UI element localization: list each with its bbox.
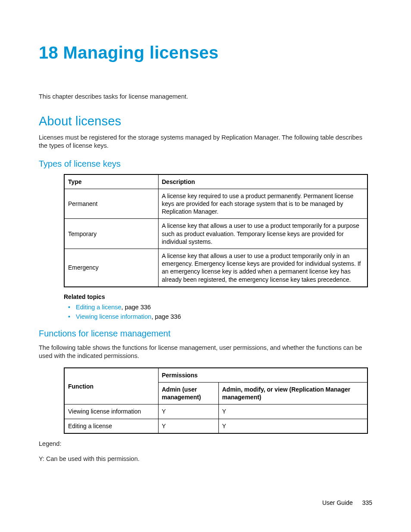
table-header-row: Function Permissions (64, 368, 367, 383)
cell-admin-rep: Y (218, 404, 367, 419)
chapter-title: 18 Managing licenses (39, 43, 372, 62)
table-row: Temporary A license key that allows a us… (64, 219, 367, 249)
page: 18 Managing licenses This chapter descri… (0, 0, 411, 532)
footer-page-number: 335 (362, 499, 372, 506)
link-suffix: , page 336 (121, 304, 151, 311)
th-permissions: Permissions (158, 368, 367, 383)
page-footer: User Guide 335 (322, 499, 372, 506)
subsection-functions-body: The following table shows the functions … (39, 344, 372, 361)
cell-type: Permanent (64, 189, 158, 219)
cell-type: Temporary (64, 219, 158, 249)
table-row: Viewing license information Y Y (64, 404, 367, 419)
th-admin-rep: Admin, modify, or view (Replication Mana… (218, 383, 367, 404)
section-about-heading: About licenses (39, 114, 372, 128)
list-item: Editing a license, page 336 (76, 304, 372, 311)
subsection-functions-heading: Functions for license management (39, 329, 372, 339)
cell-admin-rep: Y (218, 419, 367, 433)
table-row: Emergency A license key that allows a us… (64, 249, 367, 287)
related-topics-list: Editing a license, page 336 Viewing lice… (64, 304, 372, 320)
cell-admin-user: Y (158, 419, 218, 433)
cell-function: Editing a license (64, 419, 158, 433)
license-types-table: Type Description Permanent A license key… (64, 174, 368, 287)
cell-admin-user: Y (158, 404, 218, 419)
related-topics-heading: Related topics (64, 293, 372, 300)
intro-paragraph: This chapter describes tasks for license… (39, 93, 372, 101)
link-suffix: , page 336 (151, 313, 181, 320)
th-admin-user: Admin (user management) (158, 383, 218, 404)
cell-desc: A license key required to use a product … (158, 189, 367, 219)
cell-function: Viewing license information (64, 404, 158, 419)
cell-type: Emergency (64, 249, 158, 287)
legend-body: Y: Can be used with this permission. (39, 455, 372, 464)
functions-table: Function Permissions Admin (user managem… (64, 367, 368, 434)
table-row: Editing a license Y Y (64, 419, 367, 433)
cell-desc: A license key that allows a user to use … (158, 219, 367, 249)
footer-doc-title: User Guide (322, 499, 353, 506)
link-editing-license[interactable]: Editing a license (76, 304, 121, 311)
cell-desc: A license key that allows a user to use … (158, 249, 367, 287)
th-type: Type (64, 174, 158, 189)
subsection-types-heading: Types of license keys (39, 159, 372, 169)
section-about-body: Licenses must be registered for the stor… (39, 134, 372, 150)
legend-label: Legend: (39, 440, 372, 448)
th-function: Function (64, 368, 158, 404)
th-description: Description (158, 174, 367, 189)
link-viewing-license-info[interactable]: Viewing license information (76, 313, 151, 320)
table-header-row: Type Description (64, 174, 367, 189)
table-row: Permanent A license key required to use … (64, 189, 367, 219)
list-item: Viewing license information, page 336 (76, 313, 372, 320)
